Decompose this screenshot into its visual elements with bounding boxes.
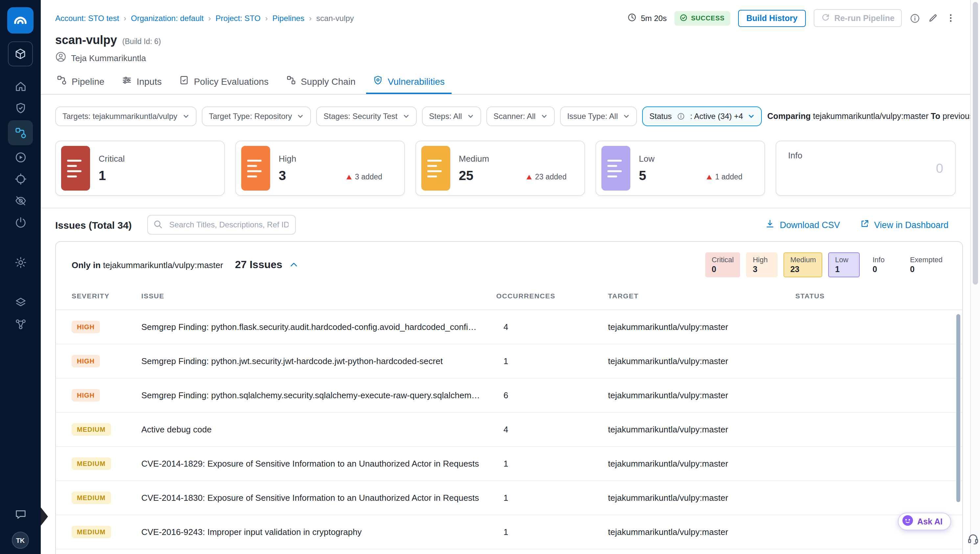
card-high[interactable]: High 3 3 added [235,141,405,196]
issue-title: CVE-2014-1829: Exposure of Sensitive Inf… [141,459,496,468]
chip-medium[interactable]: Medium23 [784,252,822,277]
chip-count: 1 [835,265,853,274]
sidebar-expand-handle[interactable] [41,507,48,526]
home-icon[interactable] [8,76,33,97]
chip-high[interactable]: High3 [746,252,778,277]
policy-tab-icon [179,75,189,88]
card-medium[interactable]: Medium 25 23 added [415,141,585,196]
filter-stages[interactable]: Stages: Security Test [317,107,417,126]
occurrences-value: 1 [496,493,608,503]
col-status: STATUS [795,292,947,300]
filter-issue-type[interactable]: Issue Type: All [560,107,637,126]
filter-steps[interactable]: Steps: All [422,107,481,126]
main-content: Account: STO test › Organization: defaul… [41,0,980,554]
filter-target-type[interactable]: Target Type: Repository [202,107,311,126]
modules-cube-icon[interactable] [8,41,33,66]
comparing-to: To [931,112,940,121]
severity-chips: Critical0 High3 Medium23 Low1 Info0 Exem… [705,252,949,277]
card-critical[interactable]: Critical 1 [55,141,225,196]
chip-critical[interactable]: Critical0 [705,252,740,277]
breadcrumb-org[interactable]: Organization: default [131,13,204,23]
harness-logo[interactable] [7,7,33,33]
inputs-tab-icon [122,75,132,88]
clock-icon [627,12,637,24]
table-row[interactable]: HIGH Semgrep Finding: python.jwt.securit… [56,344,962,379]
occurrences-value: 6 [496,390,608,400]
breadcrumb-account[interactable]: Account: STO test [55,13,119,23]
kebab-menu-icon[interactable] [946,13,956,23]
rerun-pipeline-button[interactable]: Re-run Pipeline [814,9,902,27]
page-scrollbar-thumb[interactable] [973,2,978,285]
info-icon[interactable] [910,13,920,23]
issues-panel-header: Only in tejakummarikuntla/vulpy:master 2… [56,242,962,290]
target-value: tejakummarikuntla/vulpy:master [608,527,795,537]
high-severity-icon [241,146,270,191]
breadcrumb: Account: STO test › Organization: defaul… [55,13,354,23]
only-in-text: Only in tejakummarikuntla/vulpy:master [72,260,223,270]
medium-severity-icon [421,146,450,191]
targets-icon[interactable] [8,168,33,190]
chat-icon[interactable] [14,508,27,523]
collapse-chevron-up-icon[interactable] [289,260,298,269]
table-scrollbar-thumb[interactable] [956,314,960,502]
table-row[interactable]: MEDIUM CVE-2016-9243: Improper input val… [56,515,962,549]
breadcrumb-project[interactable]: Project: STO [216,13,261,23]
filter-scanner[interactable]: Scanner: All [486,107,555,126]
filter-targets[interactable]: Targets: tejakummarikuntla/vulpy [55,107,197,126]
ask-ai-button[interactable]: Ask AI [897,513,951,530]
view-in-dashboard-link[interactable]: View in Dashboard [860,219,948,231]
breadcrumb-pipelines[interactable]: Pipelines [272,13,304,23]
support-headset-icon[interactable] [967,532,979,548]
search-input[interactable] [148,215,296,235]
build-history-button[interactable]: Build History [738,10,806,27]
status-badge: SUCCESS [675,11,730,25]
chip-low[interactable]: Low1 [829,252,860,277]
searchbox [148,215,296,235]
download-csv-link[interactable]: Download CSV [765,219,840,231]
tab-pipeline[interactable]: Pipeline [50,70,111,94]
pipelines-icon[interactable] [8,120,33,145]
tab-vulnerabilities[interactable]: Vulnerabilities [366,70,451,94]
table-row[interactable]: HIGH Semgrep Finding: python.flask.secur… [56,310,962,344]
card-delta: 3 added [346,173,382,181]
shield-icon[interactable] [8,97,33,119]
chip-count: 3 [753,265,771,274]
layers-icon[interactable] [8,292,33,314]
chevron-down-icon [403,113,409,119]
page-scrollbar-track[interactable] [970,0,980,554]
issue-title: CVE-2014-1830: Exposure of Sensitive Inf… [141,493,496,503]
card-count: 1 [99,168,124,183]
network-icon[interactable] [8,314,33,335]
table-row[interactable]: MEDIUM Active debug code 4 tejakummariku… [56,413,962,447]
external-link-icon [860,219,870,231]
tab-inputs[interactable]: Inputs [115,70,168,94]
table-header-row: SEVERITY ISSUE OCCURRENCES TARGET STATUS [56,290,962,310]
rerun-pipeline-label: Re-run Pipeline [834,13,894,23]
table-row[interactable]: HIGH Semgrep Finding: python.sqlalchemy.… [56,379,962,413]
tab-policy-evaluations[interactable]: Policy Evaluations [172,70,275,94]
target-value: tejakummarikuntla/vulpy:master [608,459,795,468]
power-icon[interactable] [8,212,33,233]
chip-label: Info [873,256,891,264]
filter-label: Scanner: All [494,112,536,121]
table-row[interactable]: MEDIUM CVE-2014-1830: Exposure of Sensit… [56,481,962,515]
table-row[interactable]: MEDIUM [56,549,962,554]
edit-icon[interactable] [928,13,938,23]
filter-status[interactable]: Status : Active (34) +4 [642,107,762,126]
eye-off-icon[interactable] [8,190,33,212]
sidebar-nav [8,76,33,335]
chip-exempted[interactable]: Exempted0 [904,252,949,277]
settings-icon[interactable] [8,252,33,274]
top-actions: 5m 20s SUCCESS Build History Re-run Pipe… [627,9,956,27]
user-avatar[interactable]: TK [12,532,29,549]
executions-icon[interactable] [8,146,33,168]
card-low[interactable]: Low 5 1 added [595,141,765,196]
tab-bar: Pipeline Inputs Policy Evaluations Suppl… [41,70,980,95]
card-info[interactable]: Info 0 [776,141,956,196]
card-label: High [279,153,296,163]
table-row[interactable]: MEDIUM CVE-2014-1829: Exposure of Sensit… [56,447,962,481]
chip-label: Low [835,256,853,264]
chip-info[interactable]: Info0 [866,252,897,277]
filter-label: Target Type: Repository [209,112,292,121]
tab-supply-chain[interactable]: Supply Chain [279,70,362,94]
